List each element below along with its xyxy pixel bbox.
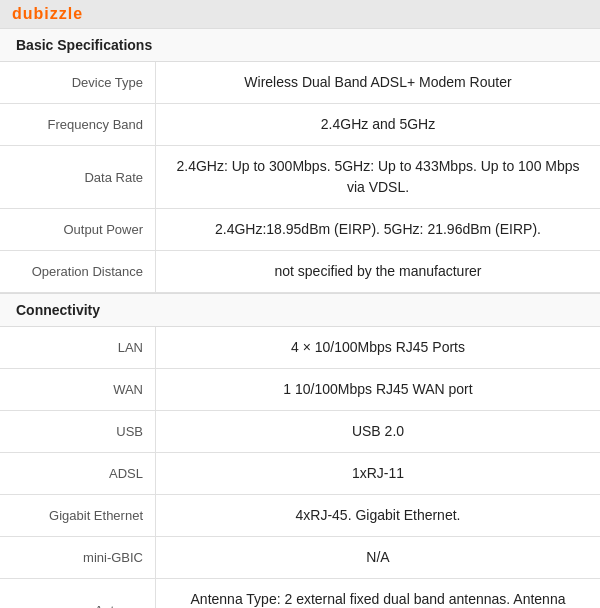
table-row: Data Rate2.4GHz: Up to 300Mbps. 5GHz: Up… (0, 146, 600, 209)
spec-value: Wireless Dual Band ADSL+ Modem Router (155, 62, 600, 103)
section-header-connectivity: Connectivity (0, 293, 600, 327)
section-header-basic: Basic Specifications (0, 28, 600, 62)
spec-value: 4 × 10/100Mbps RJ45 Ports (155, 327, 600, 368)
spec-label: Data Rate (0, 160, 155, 195)
spec-value: 1 10/100Mbps RJ45 WAN port (155, 369, 600, 410)
table-row: Output Power2.4GHz:18.95dBm (EIRP). 5GHz… (0, 209, 600, 251)
spec-value: Antenna Type: 2 external fixed dual band… (155, 579, 600, 608)
spec-value: 2.4GHz: Up to 300Mbps. 5GHz: Up to 433Mb… (155, 146, 600, 208)
spec-label: Gigabit Ethernet (0, 498, 155, 533)
spec-label: WAN (0, 372, 155, 407)
spec-label: Antenna (0, 593, 155, 609)
spec-value: 4xRJ-45. Gigabit Ethernet. (155, 495, 600, 536)
spec-value: 2.4GHz and 5GHz (155, 104, 600, 145)
spec-value: not specified by the manufacturer (155, 251, 600, 292)
dubizzle-bar: dubizzle (0, 0, 600, 28)
spec-label: mini-GBIC (0, 540, 155, 575)
spec-label: USB (0, 414, 155, 449)
table-row: LAN4 × 10/100Mbps RJ45 Ports (0, 327, 600, 369)
spec-value: USB 2.0 (155, 411, 600, 452)
dubizzle-logo: dubizzle (12, 5, 83, 23)
table-row: Gigabit Ethernet4xRJ-45. Gigabit Etherne… (0, 495, 600, 537)
table-row: Device TypeWireless Dual Band ADSL+ Mode… (0, 62, 600, 104)
spec-label: Operation Distance (0, 254, 155, 289)
table-row: Operation Distancenot specified by the m… (0, 251, 600, 293)
spec-value: N/A (155, 537, 600, 578)
table-row: mini-GBICN/A (0, 537, 600, 579)
table-row: Frequency Band2.4GHz and 5GHz (0, 104, 600, 146)
table-row: USBUSB 2.0 (0, 411, 600, 453)
spec-label: Device Type (0, 65, 155, 100)
table-row: ADSL1xRJ-11 (0, 453, 600, 495)
table-row: AntennaAntenna Type: 2 external fixed du… (0, 579, 600, 608)
spec-value: 2.4GHz:18.95dBm (EIRP). 5GHz: 21.96dBm (… (155, 209, 600, 250)
spec-label: Output Power (0, 212, 155, 247)
spec-value: 1xRJ-11 (155, 453, 600, 494)
spec-label: LAN (0, 330, 155, 365)
spec-label: Frequency Band (0, 107, 155, 142)
table-row: WAN1 10/100Mbps RJ45 WAN port (0, 369, 600, 411)
spec-label: ADSL (0, 456, 155, 491)
specs-container: Basic SpecificationsDevice TypeWireless … (0, 28, 600, 608)
page-container: dubizzle Basic SpecificationsDevice Type… (0, 0, 600, 608)
